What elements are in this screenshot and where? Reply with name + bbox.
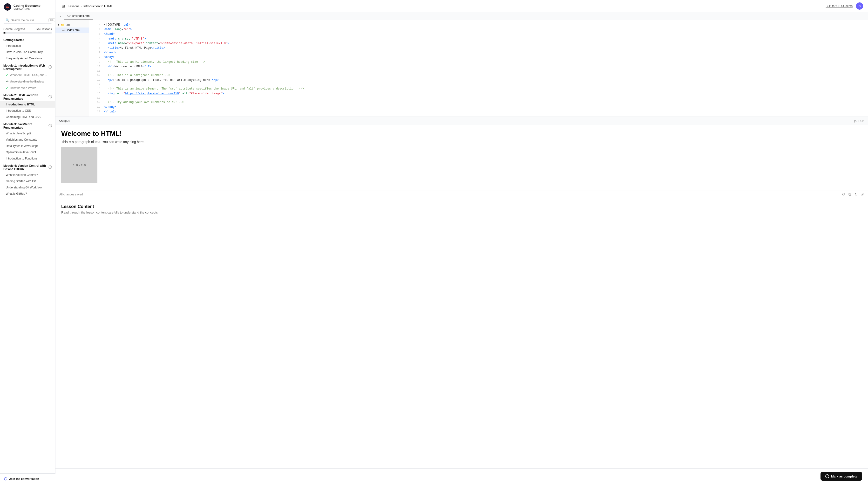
- code-line: 20</html>: [89, 110, 868, 114]
- search-icon: 🔍: [5, 18, 9, 22]
- code-line: 14: [89, 83, 868, 87]
- status-bar: All changes saved ↺ ⧉ ↻ ⤢: [56, 191, 868, 198]
- code-line: 8<body>: [89, 55, 868, 60]
- chevron-down-icon: ▾: [58, 23, 59, 27]
- lesson-content-desc: Read through the lesson content carefull…: [61, 211, 862, 214]
- reset-icon[interactable]: ↻: [855, 192, 858, 197]
- code-editor[interactable]: 1<!DOCTYPE html> 2<html lang="en"> 3<hea…: [89, 20, 868, 117]
- code-line: 16 <img src="https://via.placeholder.com…: [89, 91, 868, 96]
- search-shortcut: ⌘K: [49, 18, 55, 22]
- sidebar-item-data-types[interactable]: Data Types in JavaScript: [0, 143, 55, 149]
- check-icon-3: ✓: [6, 86, 8, 90]
- sidebar: m Coding Bootcamp Midtown Tech 🔍 ⌘K Cour…: [0, 0, 56, 484]
- content-area: ‹ </> src/index.html ▾ 📁 src </>: [56, 12, 868, 484]
- sidebar-item-what-is-js[interactable]: What is JavaScript?: [0, 130, 55, 137]
- code-line: 10 <h1>Welcome to HTML!</h1>: [89, 64, 868, 69]
- run-icon: ▷: [854, 119, 857, 123]
- logo: m: [4, 3, 11, 10]
- placeholder-image: 150 x 150: [61, 147, 97, 183]
- code-line: 9 <!-- This is an H1 element, the larges…: [89, 60, 868, 64]
- code-line: 6 <title>My First HTML Page</title>: [89, 46, 868, 51]
- progress-area: Course Progress 3/69 lessons: [0, 26, 55, 36]
- file-tab-index-html[interactable]: </> src/index.html: [64, 12, 93, 20]
- section-module1: Module 1: Introduction to Web Developmen…: [0, 61, 55, 72]
- copy-icon[interactable]: ⧉: [848, 192, 851, 197]
- sidebar-item-join-community[interactable]: How To Join The Community: [0, 49, 55, 55]
- section-module4: Module 4: Version Control with Git and G…: [0, 162, 55, 172]
- file-explorer: ▾ 📁 src </> index.html: [56, 20, 89, 117]
- join-conversation[interactable]: ⬡ Join the conversation: [0, 474, 56, 484]
- output-label: Output: [59, 119, 70, 122]
- section-module3: Module 3: JavaScript Fundamentals ⓘ: [0, 120, 55, 130]
- user-avatar[interactable]: S: [856, 2, 863, 10]
- search-input[interactable]: [11, 19, 47, 22]
- sidebar-item-introduction[interactable]: Introduction: [0, 43, 55, 49]
- section-getting-started: Getting Started: [0, 36, 55, 43]
- mark-complete-button[interactable]: Mark as complete: [820, 472, 862, 481]
- code-line: 2<html lang="en">: [89, 27, 868, 32]
- explorer-folder-src[interactable]: ▾ 📁 src: [56, 22, 89, 28]
- sidebar-item-intro-functions[interactable]: Introduction to Functions: [0, 155, 55, 162]
- sidebar-item-html-css-what[interactable]: ✓ What Are HTML, CSS, and...: [0, 72, 55, 78]
- undo-icon[interactable]: ↺: [842, 192, 845, 197]
- discord-icon: ⬡: [4, 477, 7, 481]
- collapse-button[interactable]: ‹: [58, 12, 64, 20]
- code-line: 11: [89, 69, 868, 73]
- sidebar-item-operators[interactable]: Operators in JavaScript: [0, 149, 55, 155]
- code-line: 4 <meta charset="UTF-8">: [89, 37, 868, 41]
- expand-icon[interactable]: ⤢: [861, 192, 864, 197]
- check-icon-1: ✓: [6, 73, 8, 77]
- file-code-icon: </>: [62, 29, 66, 32]
- run-button[interactable]: ▷ Run: [854, 119, 864, 123]
- output-section: Output ▷ Run Welcome to HTML! This is a …: [56, 117, 868, 198]
- module4-info-icon[interactable]: ⓘ: [49, 165, 52, 170]
- sidebar-nav: Getting Started Introduction How To Join…: [0, 36, 55, 484]
- built-for-link[interactable]: Built for CS Students: [826, 4, 852, 8]
- breadcrumb-current: Introduction to HTML: [84, 4, 113, 8]
- sidebar-item-faq[interactable]: Frequently Asked Questions: [0, 55, 55, 61]
- sidebar-item-git-workflow[interactable]: Understanding Git Workflow: [0, 184, 55, 191]
- sidebar-item-basic-understanding[interactable]: ✓ Understanding the Basic...: [0, 78, 55, 85]
- sidebar-item-intro-html[interactable]: Introduction to HTML: [0, 101, 55, 108]
- progress-bar-bg: [3, 32, 52, 33]
- top-bar-right: Built for CS Students S: [826, 2, 863, 10]
- file-tab-bar: ‹ </> src/index.html: [56, 12, 868, 20]
- output-content: Welcome to HTML! This is a paragraph of …: [56, 125, 868, 191]
- bottom-bar: Mark as complete: [56, 468, 868, 484]
- module3-info-icon[interactable]: ⓘ: [49, 124, 52, 128]
- lesson-content-section: Lesson Content Read through the lesson c…: [56, 198, 868, 233]
- code-line: 1<!DOCTYPE html>: [89, 23, 868, 27]
- code-line: 12 <!-- This is a paragraph element -->: [89, 73, 868, 78]
- progress-bar-fill: [3, 32, 5, 33]
- breadcrumb-parent[interactable]: Lessons: [68, 4, 79, 8]
- folder-icon: 📁: [61, 23, 64, 27]
- brand-name: Coding Bootcamp: [13, 4, 40, 7]
- sidebar-item-variables[interactable]: Variables and Constants: [0, 137, 55, 143]
- top-bar: ⊞ Lessons › Introduction to HTML Built f…: [56, 0, 868, 12]
- sidebar-item-combining-html-css[interactable]: Combining HTML and CSS: [0, 114, 55, 120]
- progress-label: Course Progress: [3, 28, 25, 31]
- sidebar-item-getting-started-git[interactable]: Getting Started with Git: [0, 178, 55, 184]
- sidebar-item-how-web-works[interactable]: ✓ How the Web Works: [0, 85, 55, 91]
- check-icon-2: ✓: [6, 80, 8, 83]
- file-tab-path: src/index.html: [72, 14, 90, 18]
- code-line: 15 <!-- This is an image element. The 's…: [89, 87, 868, 91]
- search-box[interactable]: 🔍 ⌘K: [3, 17, 52, 24]
- brand-subtitle: Midtown Tech: [13, 7, 40, 10]
- section-module2: Module 2: HTML and CSS Fundamentals ⓘ: [0, 91, 55, 101]
- sidebar-toggle-icon[interactable]: ⊞: [60, 3, 66, 9]
- sidebar-item-version-control[interactable]: What is Version Control?: [0, 172, 55, 178]
- output-heading: Welcome to HTML!: [61, 130, 862, 138]
- lesson-content-title: Lesson Content: [61, 204, 862, 209]
- explorer-file-index-html[interactable]: </> index.html: [56, 28, 89, 33]
- sidebar-item-intro-css[interactable]: Introduction to CSS: [0, 108, 55, 114]
- module1-info-icon[interactable]: ⓘ: [49, 65, 52, 69]
- brand-text: Coding Bootcamp Midtown Tech: [13, 4, 40, 10]
- output-paragraph: This is a paragraph of text. You can wri…: [61, 140, 862, 144]
- sidebar-item-what-is-github[interactable]: What is GitHub?: [0, 191, 55, 197]
- code-line: 7</head>: [89, 51, 868, 55]
- breadcrumb: ⊞ Lessons › Introduction to HTML: [60, 3, 113, 9]
- module2-info-icon[interactable]: ⓘ: [49, 95, 52, 99]
- code-line: 18 <!-- Try adding your own elements bel…: [89, 100, 868, 105]
- code-line: 13 <p>This is a paragraph of text. You c…: [89, 78, 868, 83]
